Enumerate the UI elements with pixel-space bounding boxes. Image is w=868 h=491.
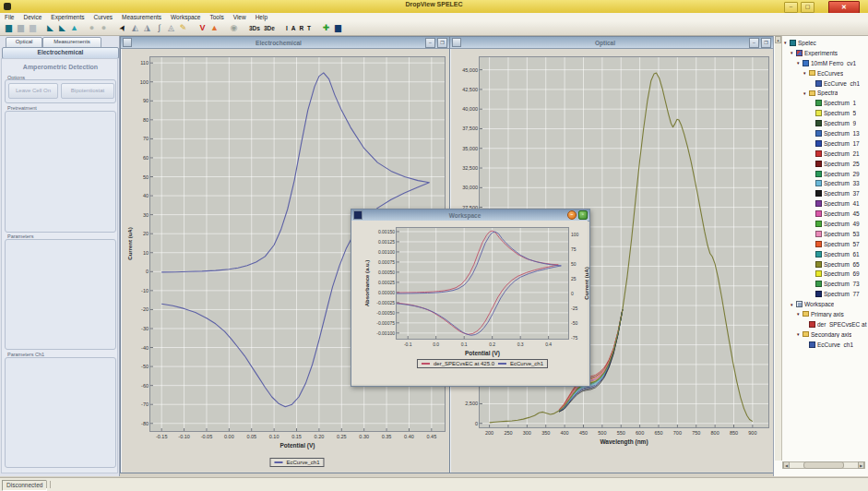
tree-vertical-scrollbar[interactable]: ▲	[775, 36, 782, 461]
spelec-device-icon[interactable]: ▆	[3, 22, 15, 34]
view-3ds-button[interactable]: 3Ds	[247, 22, 262, 34]
tree-item-spectrum-41[interactable]: Spectrum_41	[782, 198, 867, 209]
tree-item-label: Spectrum_57	[824, 241, 860, 247]
stop-icon[interactable]: ●	[98, 22, 110, 34]
smooth-tool-icon[interactable]: ∫	[153, 22, 165, 34]
tree-item-spectrum-49[interactable]: Spectrum_49	[782, 219, 867, 229]
scroll-left-icon[interactable]: ◀	[783, 461, 790, 469]
window-minimize-icon[interactable]: –	[425, 38, 435, 48]
tree-item-10mm-ferro-cv1[interactable]: ▾10mM Ferro_cv1	[782, 58, 867, 68]
bipotentiostat-button[interactable]: Bipotentiostat	[61, 83, 114, 99]
scroll-right-icon[interactable]: ▶	[858, 461, 864, 469]
window-minimize-icon[interactable]: –	[749, 38, 759, 48]
window-icon[interactable]	[123, 38, 132, 47]
tree-item-spectrum-17[interactable]: Spectrum_17	[782, 138, 867, 149]
menu-file[interactable]: File	[0, 13, 18, 21]
window-close-icon[interactable]: ▫	[578, 210, 588, 220]
auto-scale-button[interactable]: A	[290, 22, 298, 34]
menu-tools[interactable]: Tools	[205, 13, 228, 21]
ws-plot-area[interactable]	[397, 228, 568, 339]
y-tick-label: 0.00075	[371, 259, 395, 265]
scroll-up-icon[interactable]: ▲	[775, 36, 781, 43]
legend-line	[422, 363, 430, 365]
target-tool-icon[interactable]: ◉	[228, 22, 240, 34]
window-maximize-icon[interactable]: ❐	[761, 38, 771, 48]
tree-item-spelec[interactable]: ▾Spelec	[782, 38, 867, 48]
tree-item-label: Spectrum_25	[824, 161, 860, 167]
y-tick-label: 0.00150	[371, 229, 395, 234]
run-measurement-icon[interactable]: ▲	[68, 22, 80, 34]
tree-item-spectrum-21[interactable]: Spectrum_21	[782, 149, 867, 159]
title-bar[interactable]: DropView SPELEC – ▢ ✕	[0, 0, 868, 14]
text-button[interactable]: T	[305, 22, 313, 34]
tree-item-spectrum-45[interactable]: Spectrum_45	[782, 209, 867, 219]
x-tick-label: 0.25	[333, 434, 350, 439]
reset-button[interactable]: R	[297, 22, 305, 34]
tree-item-spectrum-77[interactable]: Spectrum_77	[782, 289, 867, 299]
tree-item-secondary-axis[interactable]: ▾Secondary axis	[782, 329, 867, 340]
leave-cell-on-button[interactable]: Leave Cell On	[8, 83, 58, 99]
select-curve-tool-icon[interactable]: ◬	[165, 22, 177, 34]
pen-tool-icon[interactable]: ✎	[177, 22, 189, 34]
save-icon[interactable]: ▆	[27, 22, 39, 34]
square-icon	[815, 200, 822, 207]
menu-view[interactable]: View	[229, 13, 251, 21]
tree-item-spectrum-25[interactable]: Spectrum_25	[782, 159, 867, 169]
tree-item-spectrum-29[interactable]: Spectrum_29	[782, 169, 867, 179]
tree-item-eccurve-ch1[interactable]: EcCurve_ch1	[782, 78, 867, 89]
tree-horizontal-scrollbar[interactable]: ◀ ▶	[782, 461, 865, 469]
x-tick-label: 0.4	[541, 341, 557, 347]
add-workspace-icon[interactable]: ✚	[320, 22, 332, 34]
menu-measurements[interactable]: Measurements	[117, 13, 166, 21]
pretreatment-panel	[5, 111, 116, 233]
scrollbar-thumb[interactable]	[803, 461, 844, 469]
y-tick-label: -0.00050	[371, 310, 395, 316]
x-tick-label: 0.2	[484, 341, 501, 347]
tree-item-eccurve-ch1[interactable]: EcCurve_ch1	[782, 340, 867, 350]
tree-item-spectrum-13[interactable]: Spectrum_13	[782, 128, 867, 138]
menu-curves[interactable]: Curves	[89, 13, 117, 21]
tree-item-spectrum-73[interactable]: Spectrum_73	[782, 279, 867, 289]
y-tick-label: -0.00100	[371, 330, 395, 336]
y-tick-label: 32,500	[454, 165, 478, 171]
open-experiment-icon[interactable]: ◣	[44, 22, 56, 34]
menu-device[interactable]: Device	[18, 13, 46, 21]
tree-item-experiments[interactable]: ▾Experiments	[782, 48, 867, 58]
record-icon[interactable]: ●	[86, 22, 98, 34]
maximize-button[interactable]: ▢	[801, 2, 814, 13]
tree-item-der-specvsec-at-425-0[interactable]: der_SPECvsEC at 425.0	[782, 319, 867, 329]
tree-item-spectrum-9[interactable]: Spectrum_9	[782, 118, 867, 128]
view-3de-button[interactable]: 3De	[262, 22, 277, 34]
minimize-button[interactable]: –	[784, 2, 798, 13]
close-button[interactable]: ✕	[828, 1, 860, 14]
window-maximize-icon[interactable]: ❐	[437, 38, 447, 48]
window-icon[interactable]	[452, 38, 461, 47]
zoom-tool-icon[interactable]: ◭	[129, 22, 141, 34]
area-tool-icon[interactable]: ▲	[208, 22, 220, 34]
tree-item-spectrum-1[interactable]: Spectrum_1	[782, 98, 867, 108]
menu-help[interactable]: Help	[251, 13, 272, 21]
device-icon[interactable]: ▆	[15, 22, 27, 34]
save-experiment-icon[interactable]: ◣	[56, 22, 68, 34]
tree-item-primary-axis[interactable]: ▾Primary axis	[782, 309, 867, 319]
menu-workspace[interactable]: Workspace	[166, 13, 205, 21]
menu-experiments[interactable]: Experiments	[46, 13, 89, 21]
tree-item-spectra[interactable]: ▾Spectra	[782, 88, 867, 98]
window-icon[interactable]	[353, 210, 363, 220]
x-tick-label: 0.0	[428, 341, 445, 347]
tree-item-spectrum-53[interactable]: Spectrum_53	[782, 229, 867, 239]
tree-item-eccurves[interactable]: ▾EcCurves	[782, 68, 867, 78]
axes-tool-icon[interactable]: ◮	[141, 22, 153, 34]
tree-item-workspace[interactable]: ▾Workspace	[782, 299, 867, 309]
tree-item-spectrum-33[interactable]: Spectrum_33	[782, 178, 867, 188]
peaks-tool-icon[interactable]: V	[196, 22, 208, 34]
tree-item-spectrum-61[interactable]: Spectrum_61	[782, 249, 867, 259]
tree-item-spectrum-69[interactable]: Spectrum_69	[782, 269, 867, 279]
tree-item-spectrum-5[interactable]: Spectrum_5	[782, 108, 867, 118]
tree-item-spectrum-37[interactable]: Spectrum_37	[782, 188, 867, 198]
window-minimize-icon[interactable]: –	[567, 210, 577, 220]
workspace-panel-icon[interactable]: ▆	[332, 22, 344, 34]
tree-item-spectrum-57[interactable]: Spectrum_57	[782, 239, 867, 249]
y-tick-label: -60	[125, 383, 149, 389]
tree-item-spectrum-65[interactable]: Spectrum_65	[782, 259, 867, 269]
